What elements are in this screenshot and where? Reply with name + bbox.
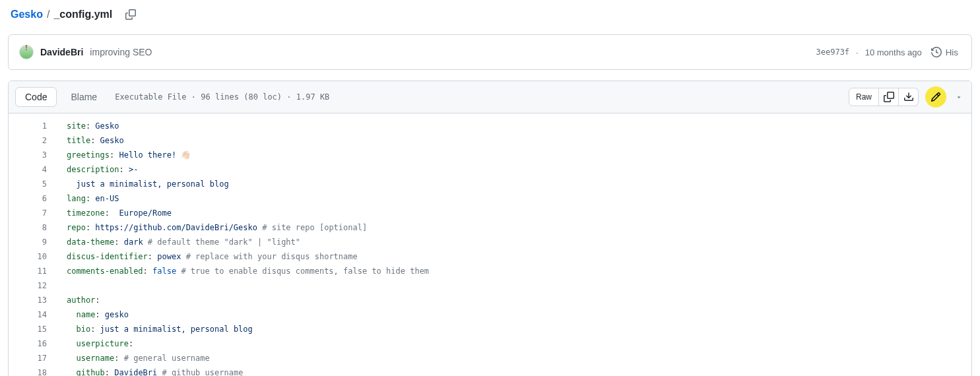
code-line: name: gesko xyxy=(67,307,971,322)
breadcrumb-separator: / xyxy=(47,9,49,20)
line-number[interactable]: 15 xyxy=(9,322,47,336)
code-line: data-theme: dark # default theme "dark" … xyxy=(67,235,971,249)
avatar[interactable] xyxy=(19,45,34,59)
file-meta-sep2: · xyxy=(286,92,291,102)
line-number[interactable]: 18 xyxy=(9,365,47,376)
tab-blame[interactable]: Blame xyxy=(61,87,107,107)
code-area: 123456789101112131415161718 site: Geskot… xyxy=(9,113,971,376)
edit-file-button[interactable] xyxy=(925,86,946,108)
commit-separator: · xyxy=(856,47,859,57)
line-number-gutter: 123456789101112131415161718 xyxy=(9,113,60,376)
commit-bar: DavideBri improving SEO 3ee973f · 10 mon… xyxy=(8,34,972,70)
breadcrumb: Gesko / _config.yml xyxy=(8,0,972,34)
code-line: userpicture: xyxy=(67,336,971,351)
file-toolbar: Code Blame Executable File · 96 lines (8… xyxy=(9,81,971,113)
code-line: lang: en-US xyxy=(67,191,971,206)
view-toggle-group: Code Blame xyxy=(15,87,107,107)
history-button[interactable]: His xyxy=(929,43,961,61)
commit-author[interactable]: DavideBri xyxy=(40,47,83,57)
code-line xyxy=(67,278,971,293)
code-line: github: DavideBri # github username xyxy=(67,365,971,376)
code-line: site: Gesko xyxy=(67,119,971,133)
file-box: Code Blame Executable File · 96 lines (8… xyxy=(8,80,972,376)
breadcrumb-file: _config.yml xyxy=(53,9,112,20)
code-line: timezone: Europe/Rome xyxy=(67,206,971,220)
file-meta: Executable File · 96 lines (80 loc) · 1.… xyxy=(115,92,329,102)
copy-raw-button[interactable] xyxy=(879,88,899,106)
history-icon xyxy=(931,47,942,57)
breadcrumb-repo-link[interactable]: Gesko xyxy=(11,9,43,20)
file-meta-sep1: · xyxy=(191,92,196,102)
code-line: discus-identifier: powex # replace with … xyxy=(67,249,971,264)
file-meta-lines: 96 lines (80 loc) xyxy=(201,92,282,102)
code-line: username: # general username xyxy=(67,351,971,365)
commit-time: 10 months ago xyxy=(865,47,922,57)
line-number[interactable]: 9 xyxy=(9,235,47,249)
line-number[interactable]: 10 xyxy=(9,249,47,264)
line-number[interactable]: 4 xyxy=(9,162,47,177)
line-number[interactable]: 17 xyxy=(9,351,47,365)
code-line: bio: just a minimalist, personal blog xyxy=(67,322,971,336)
commit-message[interactable]: improving SEO xyxy=(90,47,152,57)
line-number[interactable]: 5 xyxy=(9,177,47,191)
copy-icon xyxy=(884,92,894,102)
line-number[interactable]: 16 xyxy=(9,336,47,351)
line-number[interactable]: 12 xyxy=(9,278,47,293)
file-meta-type: Executable File xyxy=(115,92,186,102)
line-number[interactable]: 2 xyxy=(9,133,47,148)
line-number[interactable]: 8 xyxy=(9,220,47,235)
code-lines[interactable]: site: Geskotitle: Geskogreetings: Hello … xyxy=(60,113,971,376)
code-line: just a minimalist, personal blog xyxy=(67,177,971,191)
tab-code[interactable]: Code xyxy=(15,87,57,107)
pencil-icon xyxy=(931,92,941,102)
copy-path-button[interactable] xyxy=(121,5,140,24)
code-line: comments-enabled: false # true to enable… xyxy=(67,264,971,278)
code-line: title: Gesko xyxy=(67,133,971,148)
raw-button[interactable]: Raw xyxy=(849,88,879,106)
history-label: His xyxy=(946,47,958,57)
code-line: greetings: Hello there! 👋🏻 xyxy=(67,148,971,162)
line-number[interactable]: 1 xyxy=(9,119,47,133)
line-number[interactable]: 14 xyxy=(9,307,47,322)
line-number[interactable]: 13 xyxy=(9,293,47,307)
copy-icon xyxy=(125,9,136,20)
line-number[interactable]: 3 xyxy=(9,148,47,162)
download-raw-button[interactable] xyxy=(899,88,919,106)
line-number[interactable]: 11 xyxy=(9,264,47,278)
chevron-down-icon xyxy=(956,94,962,100)
code-line: author: xyxy=(67,293,971,307)
code-line: repo: https://github.com/DavideBri/Gesko… xyxy=(67,220,971,235)
edit-dropdown-button[interactable] xyxy=(953,88,965,106)
line-number[interactable]: 6 xyxy=(9,191,47,206)
commit-hash[interactable]: 3ee973f xyxy=(816,47,850,57)
file-meta-size: 1.97 KB xyxy=(296,92,330,102)
line-number[interactable]: 7 xyxy=(9,206,47,220)
code-line: description: >- xyxy=(67,162,971,177)
download-icon xyxy=(903,92,914,102)
